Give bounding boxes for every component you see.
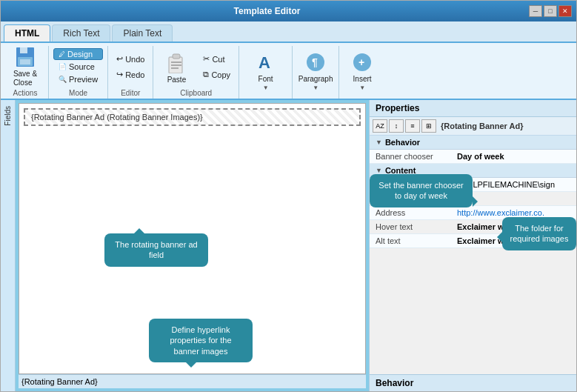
window-title: Template Editor [5, 6, 529, 16]
main-area: Fields {Rotating Banner Ad (Rotating Ban… [1, 100, 576, 391]
font-dropdown-arrow: ▼ [263, 84, 269, 91]
properties-toolbar: AZ ↕ ≡ ⊞ {Rotating Banner Ad} [370, 117, 576, 136]
insert-icon: + [352, 52, 373, 73]
svg-rect-8 [171, 67, 179, 69]
tab-html[interactable]: HTML [4, 24, 50, 41]
banner-chooser-value: Day of week [457, 152, 570, 161]
save-close-label: Save &Close [13, 70, 37, 87]
redo-button[interactable]: ↪ Redo [113, 67, 148, 82]
behavior-arrow: ▼ [376, 139, 382, 146]
ribbon-group-mode: 🖊 Design 📄 Source 🔍 Preview Mode [50, 46, 108, 99]
properties-content[interactable]: ▼ Behavior Banner chooser Day of week ▼ … [370, 136, 576, 374]
design-mode-button[interactable]: 🖊 Design [53, 48, 103, 60]
callout-hyperlink: Define hyperlink properties for the bann… [149, 319, 253, 362]
insert-button[interactable]: + Insert ▼ [344, 50, 381, 92]
font-button[interactable]: A Font ▼ [247, 50, 284, 92]
paste-icon [166, 51, 187, 73]
font-label: Font [259, 75, 273, 83]
svg-text:A: A [259, 53, 270, 72]
tab-plain-text[interactable]: Plain Text [112, 24, 173, 41]
minimize-button[interactable]: ─ [529, 5, 542, 17]
prop-list-button[interactable]: ≡ [405, 119, 420, 133]
copy-button[interactable]: ⧉ Copy [199, 67, 234, 82]
callout-set-banner: Set the banner chooser to day of week [370, 174, 473, 207]
actions-group-label: Actions [7, 87, 44, 99]
hover-text-label: Hover text [376, 222, 457, 231]
content-arrow: ▼ [376, 167, 382, 174]
svg-rect-1 [20, 47, 27, 53]
behavior-section-header[interactable]: ▼ Behavior [370, 136, 576, 150]
ribbon-group-insert: + Insert ▼ [341, 46, 385, 99]
tab-bar: HTML Rich Text Plain Text [1, 21, 576, 43]
main-window: Template Editor ─ □ ✕ HTML Rich Text Pla… [0, 0, 577, 392]
paste-button[interactable]: Paste [158, 46, 195, 87]
cut-button[interactable]: ✂ Cut [199, 52, 234, 66]
ribbon-group-actions: Save &Close Actions [4, 46, 49, 99]
paragraph-icon: ¶ [305, 52, 326, 73]
behavior-label: Behavior [385, 138, 420, 147]
window-controls: ─ □ ✕ [529, 5, 572, 17]
paragraph-label: Paragraph [298, 75, 333, 83]
folder-location-value: \\HELPFILEMACHINE\sign [457, 180, 568, 189]
paste-label: Paste [167, 76, 187, 84]
fields-sidebar: Fields [1, 100, 16, 391]
properties-panel: Properties AZ ↕ ≡ ⊞ {Rotating Banner Ad}… [369, 100, 576, 391]
preview-mode-button[interactable]: 🔍 Preview [53, 73, 103, 85]
callout-folder: The folder for required images [502, 217, 576, 250]
prop-sort-button[interactable]: ↕ [389, 119, 404, 133]
save-close-button[interactable]: Save &Close [7, 46, 44, 87]
address-value: http://www.exclaimer.co. [457, 208, 568, 217]
insert-dropdown-arrow: ▼ [359, 84, 365, 91]
ribbon: Save &Close Actions 🖊 Design 📄 So [1, 43, 576, 100]
editor-group-label: Editor [113, 87, 148, 99]
alt-text-label: Alt text [376, 236, 457, 245]
maximize-button[interactable]: □ [544, 5, 557, 17]
clipboard-group-label: Clipboard [158, 87, 234, 99]
ribbon-group-font: A Font ▼ [241, 46, 293, 99]
prop-field-name: {Rotating Banner Ad} [438, 122, 573, 130]
editor-bottom-bar: {Rotating Banner Ad} [19, 374, 366, 388]
prop-sort-alpha-button[interactable]: AZ [373, 119, 387, 133]
banner-chooser-label: Banner chooser [376, 152, 457, 161]
svg-text:+: + [358, 56, 364, 68]
mode-buttons: 🖊 Design 📄 Source 🔍 Preview [53, 47, 103, 87]
editor-area: {Rotating Banner Ad (Rotating Banner Ima… [16, 100, 369, 391]
font-icon: A [256, 52, 276, 73]
properties-bottom: Behavior [370, 374, 576, 391]
save-icon [14, 46, 36, 68]
address-label: Address [376, 208, 457, 217]
fields-label: Fields [4, 106, 12, 126]
ribbon-group-clipboard: Paste ✂ Cut ⧉ Copy Clipboard [155, 46, 239, 99]
paragraph-button[interactable]: ¶ Paragraph ▼ [297, 50, 334, 92]
title-bar: Template Editor ─ □ ✕ [1, 1, 576, 21]
close-button[interactable]: ✕ [558, 5, 572, 17]
mode-group-label: Mode [53, 87, 103, 99]
svg-rect-6 [171, 62, 181, 63]
ribbon-group-editor: ↩ Undo ↪ Redo Editor [110, 46, 153, 99]
rotating-banner-field[interactable]: {Rotating Banner Ad (Rotating Banner Ima… [24, 108, 361, 126]
paragraph-dropdown-arrow: ▼ [313, 84, 318, 91]
banner-chooser-row: Banner chooser Day of week [370, 150, 576, 164]
callout-banner-field: The rotating banner ad field [104, 233, 208, 267]
insert-label: Insert [353, 75, 372, 83]
rotating-banner-text: {Rotating Banner Ad (Rotating Banner Ima… [31, 113, 203, 122]
properties-header: Properties [370, 100, 576, 117]
prop-grid-button[interactable]: ⊞ [421, 119, 436, 133]
svg-text:¶: ¶ [312, 56, 318, 68]
svg-rect-5 [173, 54, 180, 59]
svg-rect-3 [20, 59, 30, 64]
svg-rect-7 [171, 64, 181, 66]
ribbon-group-paragraph: ¶ Paragraph ▼ [294, 46, 339, 99]
tab-rich-text[interactable]: Rich Text [52, 24, 110, 41]
editor-bottom-text: {Rotating Banner Ad} [21, 377, 98, 386]
undo-button[interactable]: ↩ Undo [113, 52, 148, 66]
source-mode-button[interactable]: 📄 Source [53, 61, 103, 73]
